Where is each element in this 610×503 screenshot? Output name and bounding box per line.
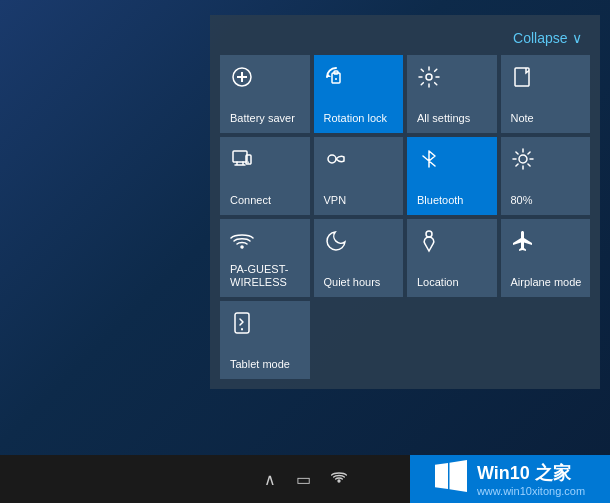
tablet-mode-icon	[230, 311, 302, 341]
taskbar-chevron-icon[interactable]: ∧	[264, 470, 276, 489]
note-icon	[511, 65, 583, 95]
connect-icon	[230, 147, 302, 177]
brightness-value-label: 80%	[511, 194, 583, 207]
collapse-label: Collapse	[513, 30, 567, 46]
tile-bluetooth[interactable]: Bluetooth	[407, 137, 497, 215]
svg-rect-9	[233, 151, 247, 162]
tile-connect[interactable]: Connect	[220, 137, 310, 215]
svg-point-7	[426, 74, 432, 80]
quiet-hours-icon	[324, 229, 396, 259]
collapse-chevron-icon: ∨	[572, 30, 582, 46]
connect-label: Connect	[230, 194, 302, 207]
empty-tile-1	[314, 301, 404, 379]
svg-point-27	[338, 480, 340, 482]
rotation-lock-label: Rotation lock	[324, 112, 396, 125]
collapse-button[interactable]: Collapse ∨	[220, 25, 590, 55]
tile-wifi[interactable]: PA-GUEST-WIRELESS	[220, 219, 310, 297]
tile-vpn[interactable]: VPN	[314, 137, 404, 215]
airplane-mode-label: Airplane mode	[511, 276, 583, 289]
svg-line-20	[527, 164, 529, 166]
bluetooth-icon	[417, 147, 489, 177]
svg-line-22	[527, 152, 529, 154]
action-center-panel: Collapse ∨ Battery saver	[210, 15, 600, 389]
bluetooth-label: Bluetooth	[417, 194, 489, 207]
quiet-hours-label: Quiet hours	[324, 276, 396, 289]
empty-tile-3	[501, 301, 591, 379]
empty-tile-2	[407, 301, 497, 379]
svg-point-14	[519, 155, 527, 163]
battery-saver-icon	[230, 65, 302, 95]
svg-line-19	[515, 152, 517, 154]
location-icon	[417, 229, 489, 259]
tile-location[interactable]: Location	[407, 219, 497, 297]
win10-url: www.win10xitong.com	[477, 485, 585, 497]
tile-rotation-lock[interactable]: Rotation lock	[314, 55, 404, 133]
wifi-label: PA-GUEST-WIRELESS	[230, 263, 302, 289]
svg-point-23	[241, 246, 243, 248]
all-settings-label: All settings	[417, 112, 489, 125]
svg-point-24	[426, 231, 432, 237]
svg-rect-8	[515, 68, 529, 86]
win10-watermark: Win10 之家 www.win10xitong.com	[410, 455, 610, 503]
svg-point-12	[328, 155, 336, 163]
battery-saver-label: Battery saver	[230, 112, 302, 125]
win10-title: Win10 之家	[477, 461, 585, 485]
windows-logo-icon	[435, 460, 467, 499]
wifi-icon	[230, 229, 302, 259]
location-label: Location	[417, 276, 489, 289]
tile-brightness[interactable]: 80%	[501, 137, 591, 215]
airplane-mode-icon	[511, 229, 583, 259]
vpn-label: VPN	[324, 194, 396, 207]
vpn-icon	[324, 147, 396, 177]
note-label: Note	[511, 112, 583, 125]
tile-all-settings[interactable]: All settings	[407, 55, 497, 133]
svg-line-21	[515, 164, 517, 166]
tile-quiet-hours[interactable]: Quiet hours	[314, 219, 404, 297]
taskbar-battery-icon: ▭	[296, 470, 311, 489]
tile-airplane-mode[interactable]: Airplane mode	[501, 219, 591, 297]
rotation-lock-icon	[324, 65, 396, 95]
tile-tablet-mode[interactable]: Tablet mode	[220, 301, 310, 379]
svg-point-6	[335, 78, 337, 80]
tablet-mode-label: Tablet mode	[230, 358, 302, 371]
brightness-icon	[511, 147, 583, 177]
tile-battery-saver[interactable]: Battery saver	[220, 55, 310, 133]
tile-note[interactable]: Note	[501, 55, 591, 133]
all-settings-icon	[417, 65, 489, 95]
taskbar-wifi-icon	[331, 469, 347, 489]
